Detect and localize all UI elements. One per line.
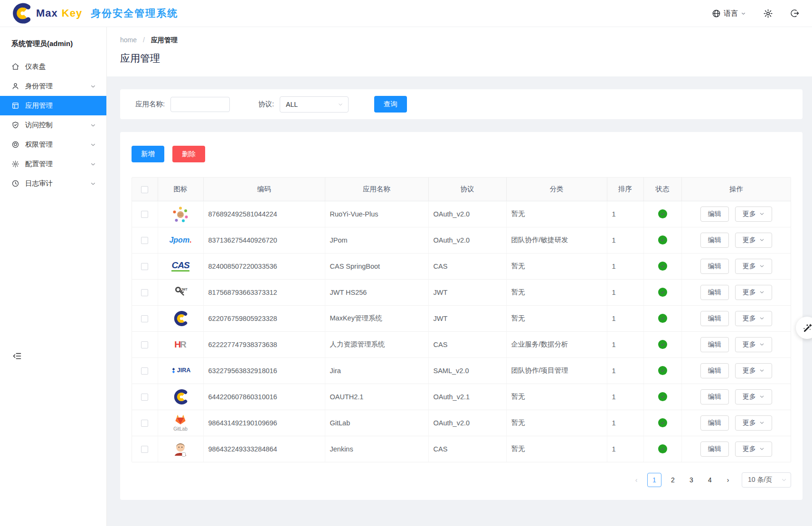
access-icon	[11, 121, 19, 129]
pagination-page-2[interactable]: 2	[666, 473, 680, 487]
sidebar-item-dashboard[interactable]: 仪表盘	[0, 57, 106, 76]
sidebar-item-identity[interactable]: 身份管理	[0, 76, 106, 96]
app-code: 876892492581044224	[203, 201, 325, 227]
pagination-page-1[interactable]: 1	[647, 473, 661, 487]
table-row: GitLab986431492190109696GitLabOAuth_v2.0…	[132, 410, 791, 436]
identity-icon	[11, 82, 19, 90]
edit-button[interactable]: 编辑	[700, 259, 729, 274]
more-button[interactable]: 更多	[735, 311, 772, 326]
app-name-input[interactable]	[170, 97, 230, 112]
sidebar-item-label: 应用管理	[25, 101, 96, 110]
app-category: 暂无	[506, 253, 607, 279]
more-button[interactable]: 更多	[735, 207, 772, 222]
chevron-down-icon	[759, 394, 765, 399]
more-button[interactable]: 更多	[735, 363, 772, 378]
config-icon	[11, 160, 19, 168]
sidebar-item-access[interactable]: 访问控制	[0, 115, 106, 135]
pagination-prev[interactable]: ‹	[630, 472, 643, 488]
app-code: 632279563832918016	[203, 357, 325, 384]
audit-icon	[11, 179, 19, 188]
row-checkbox[interactable]	[141, 367, 148, 375]
app-sort: 1	[607, 253, 643, 279]
search-button[interactable]: 查询	[374, 96, 407, 113]
jpom-logo: Jpom.	[158, 236, 203, 244]
breadcrumb-separator: /	[143, 36, 145, 44]
col-icon: 图标	[158, 178, 203, 201]
row-checkbox[interactable]	[141, 315, 148, 322]
more-button[interactable]: 更多	[735, 415, 772, 431]
app-sort: 1	[607, 436, 643, 462]
delete-button[interactable]: 删除	[172, 146, 205, 162]
chevron-down-icon	[759, 446, 765, 451]
app-code: 986432249333284864	[203, 436, 325, 462]
app-sort: 1	[607, 384, 643, 410]
status-enabled-icon	[658, 418, 667, 427]
page-content: 应用名称: 协议: ALL 查询 新增 删除	[107, 76, 812, 526]
app-name: MaxKey管理系统	[325, 305, 428, 331]
select-all-checkbox[interactable]	[141, 186, 148, 193]
edit-button[interactable]: 编辑	[700, 415, 729, 431]
app-code: 644220607860310016	[203, 384, 325, 410]
chevron-down-icon	[781, 477, 787, 483]
col-protocol: 协议	[428, 178, 506, 201]
more-button[interactable]: 更多	[735, 337, 772, 352]
sidebar-item-config[interactable]: 配置管理	[0, 154, 106, 174]
collapse-sidebar-icon[interactable]	[12, 351, 22, 361]
more-button[interactable]: 更多	[735, 259, 772, 274]
settings-gear-icon[interactable]	[763, 9, 773, 19]
edit-button[interactable]: 编辑	[700, 207, 729, 222]
edit-button[interactable]: 编辑	[700, 311, 729, 326]
more-button[interactable]: 更多	[735, 285, 772, 300]
chevron-down-icon	[759, 316, 765, 321]
page-size-select[interactable]: 10 条/页	[742, 472, 791, 488]
edit-button[interactable]: 编辑	[700, 233, 729, 248]
row-checkbox[interactable]	[141, 211, 148, 218]
sidebar-item-label: 身份管理	[25, 82, 90, 91]
row-checkbox[interactable]	[141, 263, 148, 270]
row-checkbox[interactable]	[141, 420, 148, 427]
breadcrumb-home[interactable]: home	[120, 36, 137, 44]
row-checkbox[interactable]	[141, 289, 148, 296]
sidebar-item-audit[interactable]: 日志审计	[0, 174, 106, 193]
brand-text-key: Key	[62, 7, 82, 19]
apps-table: 图标 编码 应用名称 协议 分类 排序 状态 操作 87	[132, 177, 791, 462]
protocol-select[interactable]: ALL	[280, 96, 349, 113]
edit-button[interactable]: 编辑	[700, 441, 729, 457]
pagination-next[interactable]: ›	[721, 472, 735, 488]
row-checkbox[interactable]	[141, 446, 148, 453]
more-button[interactable]: 更多	[735, 389, 772, 404]
maxkey-logo-icon	[10, 2, 32, 24]
chevron-down-icon	[90, 122, 96, 128]
pagination-page-3[interactable]: 3	[684, 473, 699, 487]
breadcrumb: home / 应用管理	[120, 36, 799, 45]
add-button[interactable]: 新增	[132, 146, 164, 162]
sidebar-item-permission[interactable]: 权限管理	[0, 135, 106, 154]
language-menu[interactable]: 语言	[712, 9, 746, 18]
logout-icon[interactable]	[790, 9, 800, 18]
status-enabled-icon	[658, 209, 667, 218]
sidebar-item-label: 配置管理	[25, 160, 90, 169]
more-button[interactable]: 更多	[735, 441, 772, 457]
sidebar-item-label: 日志审计	[25, 179, 90, 188]
edit-button[interactable]: 编辑	[700, 285, 729, 300]
col-category: 分类	[506, 178, 607, 201]
pagination-page-4[interactable]: 4	[703, 473, 717, 487]
table-row: 986432249333284864JenkinsCAS暂无1编辑更多	[132, 436, 791, 462]
app-category: 团队协作/项目管理	[506, 357, 607, 384]
jwt-logo: JWT	[158, 285, 203, 300]
app-protocol: OAuth_v2.0	[428, 410, 506, 436]
filter-bar: 应用名称: 协议: ALL 查询	[120, 89, 803, 119]
row-checkbox[interactable]	[141, 341, 148, 348]
chevron-down-icon	[759, 420, 765, 425]
brand-text-max: Max	[36, 7, 58, 19]
more-button[interactable]: 更多	[735, 233, 772, 248]
row-checkbox[interactable]	[141, 394, 148, 401]
row-checkbox[interactable]	[141, 237, 148, 244]
edit-button[interactable]: 编辑	[700, 337, 729, 352]
protocol-select-value: ALL	[286, 101, 298, 108]
sidebar-item-apps[interactable]: 应用管理	[0, 96, 106, 115]
edit-button[interactable]: 编辑	[700, 389, 729, 404]
app-window: MaxKey 身份安全管理系统 语言 系统管理员(admin	[0, 0, 812, 526]
app-sort: 1	[607, 410, 643, 436]
edit-button[interactable]: 编辑	[700, 363, 729, 378]
